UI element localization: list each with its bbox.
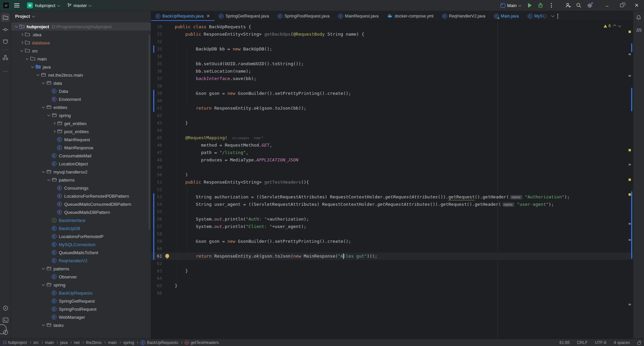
close-button[interactable]: ✕ xyxy=(630,0,643,11)
tree-chevron-icon[interactable] xyxy=(41,105,46,110)
tree-item-main[interactable]: main xyxy=(11,55,151,63)
tab-SpringGetRequest.java[interactable]: CSpringGetRequest.java xyxy=(214,11,273,21)
project-toolwindow-button[interactable] xyxy=(1,13,10,22)
code-with-me-button[interactable] xyxy=(563,1,573,10)
tab-SpringPostRequest.java[interactable]: CSpringPostRequest.java xyxy=(273,11,334,21)
tree-item-spring[interactable]: spring xyxy=(11,111,151,119)
tree-item-mysql.handlersv2[interactable]: mysql.handlersv2 xyxy=(11,168,151,176)
tree-item-ConsumableMail[interactable]: CConsumableMail xyxy=(11,152,151,160)
debug-button[interactable] xyxy=(536,1,545,10)
code-line-43[interactable]: 43 } xyxy=(151,119,633,127)
tree-item-java[interactable]: java xyxy=(11,63,151,71)
tree-item-Enviorment[interactable]: EEnviorment xyxy=(11,95,151,103)
tab-ReqHandlerV2.java[interactable]: CReqHandlerV2.java xyxy=(438,11,490,21)
tab-docker-compose.yml[interactable]: docker-compose.yml xyxy=(383,11,438,21)
breadcrumb-java[interactable]: java xyxy=(60,340,68,345)
more-actions-button[interactable] xyxy=(547,1,556,10)
run-button[interactable] xyxy=(525,1,534,10)
tree-item-ReqHandlerV2[interactable]: CReqHandlerV2 xyxy=(11,257,151,265)
tree-chevron-icon[interactable] xyxy=(19,32,24,37)
tree-item-LocationsForRemoteIP[interactable]: CLocationsForRemoteIP xyxy=(11,232,151,240)
tree-chevron-icon[interactable] xyxy=(19,40,24,45)
tree-item-patterns[interactable]: patterns xyxy=(11,265,151,273)
project-panel-header[interactable]: Project xyxy=(11,11,151,21)
tree-item-.idea[interactable]: .idea xyxy=(11,31,151,39)
tree-chevron-icon[interactable] xyxy=(14,24,19,29)
breadcrumb-hubproject[interactable]: hubproject xyxy=(3,340,27,345)
breadcrumb-net[interactable]: net xyxy=(74,340,80,345)
tree-chevron-icon[interactable] xyxy=(41,81,46,86)
code-line-39[interactable]: 39 Gson gson = new GsonBuilder().setPret… xyxy=(151,90,633,97)
code-line-52[interactable]: 52 xyxy=(151,186,633,193)
tab-Main.java[interactable]: CMain.java xyxy=(490,11,523,21)
tree-item-Data[interactable]: CData xyxy=(11,87,151,95)
tree-item-Consumings[interactable]: EConsumings xyxy=(11,184,151,192)
breadcrumb-main[interactable]: main xyxy=(108,340,117,345)
tree-item-BackInterface[interactable]: IBackInterface xyxy=(11,216,151,224)
tab-options-icon[interactable] xyxy=(557,14,558,18)
tree-item-QueuedMailsToSent[interactable]: CQueuedMailsToSent xyxy=(11,248,151,257)
tree-item-Observer[interactable]: CObserver xyxy=(11,273,151,281)
code-line-36[interactable]: 36 bb.setLocation(name); xyxy=(151,68,633,75)
tree-chevron-icon[interactable] xyxy=(41,282,46,287)
notifications-button[interactable] xyxy=(634,13,643,22)
tree-chevron-icon[interactable] xyxy=(41,266,46,271)
code-line-46[interactable]: 46 method = RequestMethod.GET, xyxy=(151,142,633,149)
tab-MySQL[interactable]: CMySQL xyxy=(523,11,548,21)
breadcrumb-spring[interactable]: spring xyxy=(123,340,134,345)
tree-chevron-icon[interactable] xyxy=(30,65,35,70)
tree-chevron-icon[interactable] xyxy=(19,48,24,53)
commit-toolwindow-button[interactable] xyxy=(1,25,10,34)
code-line-61[interactable]: 61 return ResponseEntity.ok(gson.toJson(… xyxy=(151,253,633,260)
readonly-lock-icon[interactable] xyxy=(637,342,641,345)
breadcrumb-src[interactable]: src xyxy=(33,340,39,345)
tree-chevron-icon[interactable] xyxy=(41,169,46,175)
tree-chevron-icon[interactable] xyxy=(46,178,51,183)
settings-button[interactable] xyxy=(585,1,594,10)
code-line-66[interactable]: 66 xyxy=(151,290,633,297)
tree-chevron-icon[interactable] xyxy=(51,121,56,126)
code-line-63[interactable]: 63 } xyxy=(151,267,633,275)
tree-item-LocationsForRemoteIPDBPattern[interactable]: ELocationsForRemoteIPDBPattern xyxy=(11,192,151,200)
tree-item-data[interactable]: data xyxy=(11,79,151,87)
minimize-button[interactable]: – xyxy=(600,0,614,11)
code-line-60[interactable]: 60 xyxy=(151,245,633,253)
indent-style[interactable]: 4 spaces xyxy=(614,340,630,345)
project-tree-scrollbar[interactable] xyxy=(149,35,150,230)
code-line-44[interactable]: 44 xyxy=(151,127,633,134)
structure-toolwindow-button[interactable] xyxy=(1,53,10,62)
run-configuration-selector[interactable]: Main xyxy=(498,2,524,9)
code-line-34[interactable]: 34 xyxy=(151,53,633,60)
code-line-31[interactable]: 31 public ResponseEntity<String> getBack… xyxy=(151,31,633,38)
code-line-48[interactable]: 48 produces = MediaType.APPLICATION_JSON xyxy=(151,156,633,164)
intention-bulb-icon[interactable] xyxy=(165,254,169,258)
breadcrumb-BackUpRequests[interactable]: CBackUpRequests xyxy=(140,340,178,345)
project-widget-button[interactable]: H hubproject xyxy=(24,1,63,10)
code-line-57[interactable]: 57 System.out.println("Client: "+user_ag… xyxy=(151,223,633,230)
code-line-41[interactable]: 41 return ResponseEntity.ok(gson.toJson(… xyxy=(151,105,633,112)
code-line-50[interactable]: 50 ) xyxy=(151,171,633,179)
tree-item-post_entities[interactable]: post_entities xyxy=(11,127,151,136)
code-line-40[interactable]: 40 xyxy=(151,97,633,105)
code-line-53[interactable]: 53 String authorization = ((ServletReque… xyxy=(151,193,633,201)
restore-button[interactable] xyxy=(615,0,629,11)
breadcrumb-getTestHeaders[interactable]: mgetTestHeaders xyxy=(185,340,219,345)
tree-item-SpringGetRequest[interactable]: CSpringGetRequest xyxy=(11,297,151,305)
tree-item-MainRequest[interactable]: CMainRequest xyxy=(11,136,151,144)
code-line-59[interactable]: 59 Gson gson = new GsonBuilder().setPret… xyxy=(151,238,633,245)
tab-MainRequest.java[interactable]: CMainRequest.java xyxy=(334,11,383,21)
code-line-54[interactable]: 54 String user_agent = ((ServletRequestA… xyxy=(151,201,633,208)
tree-item-QueuedMailsConsumedDBPattern[interactable]: EQueuedMailsConsumedDBPattern xyxy=(11,200,151,208)
breadcrumb-main[interactable]: main xyxy=(45,340,54,345)
tree-chevron-icon[interactable] xyxy=(46,113,51,118)
tree-chevron-icon[interactable] xyxy=(35,73,40,78)
code-line-56[interactable]: 56 System.out.println("Auth: "+authoriza… xyxy=(151,216,633,223)
code-line-42[interactable]: 42 xyxy=(151,112,633,119)
terminal-toolwindow-button[interactable] xyxy=(1,316,10,324)
code-line-58[interactable]: 58 xyxy=(151,230,633,238)
caret-position[interactable]: 61:65 xyxy=(560,340,570,345)
tree-item-BackUpDB[interactable]: CBackUpDB xyxy=(11,224,151,232)
tree-item-spring[interactable]: spring xyxy=(11,281,151,289)
file-encoding[interactable]: UTF-8 xyxy=(595,340,606,345)
tree-item-QueuedMailsDBPattern[interactable]: EQueuedMailsDBPattern xyxy=(11,208,151,216)
